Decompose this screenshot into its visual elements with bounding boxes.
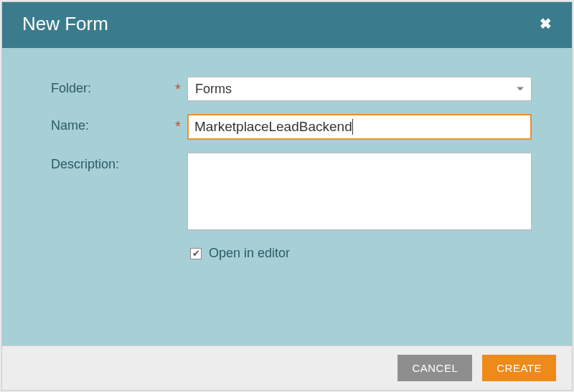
dialog-body: Folder: * Forms Name: * MarketplaceLeadB… — [2, 48, 572, 345]
description-row: Description: — [51, 153, 532, 230]
open-in-editor-label[interactable]: Open in editor — [209, 246, 290, 261]
folder-label: Folder: — [51, 77, 173, 96]
description-label: Description: — [51, 153, 173, 172]
open-in-editor-checkbox[interactable]: ✔ — [190, 248, 202, 259]
text-cursor — [352, 119, 353, 135]
folder-row: Folder: * Forms — [51, 77, 532, 101]
chevron-down-icon — [517, 87, 524, 91]
dialog-header: New Form ✖ — [2, 2, 572, 48]
checkmark-icon: ✔ — [192, 249, 200, 258]
required-marker: * — [173, 77, 183, 97]
new-form-dialog: New Form ✖ Folder: * Forms Name: * Marke… — [1, 1, 573, 391]
name-label: Name: — [51, 114, 173, 133]
dialog-footer: CANCEL CREATE — [2, 345, 572, 390]
open-in-editor-row: ✔ Open in editor — [190, 246, 532, 261]
dialog-title: New Form — [22, 13, 108, 35]
create-button[interactable]: CREATE — [482, 355, 556, 381]
name-input[interactable]: MarketplaceLeadBackend — [187, 114, 532, 140]
folder-select-value: Forms — [195, 82, 232, 97]
name-row: Name: * MarketplaceLeadBackend — [51, 114, 532, 140]
description-textarea[interactable] — [187, 153, 532, 230]
close-icon[interactable]: ✖ — [534, 12, 557, 35]
required-marker: * — [173, 114, 183, 135]
name-input-value: MarketplaceLeadBackend — [194, 119, 352, 135]
cancel-button[interactable]: CANCEL — [397, 355, 472, 381]
folder-select[interactable]: Forms — [187, 77, 532, 101]
